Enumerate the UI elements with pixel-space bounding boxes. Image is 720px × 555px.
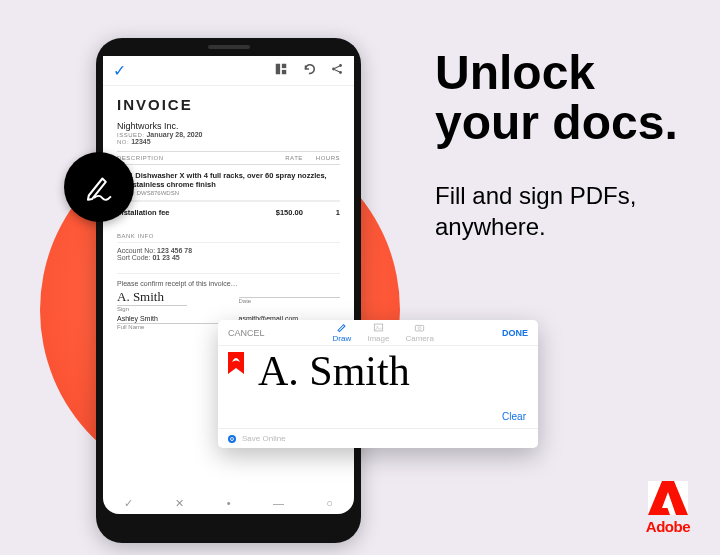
adobe-logo: Adobe <box>646 481 690 535</box>
share-icon[interactable] <box>330 62 344 80</box>
svg-rect-1 <box>282 63 286 67</box>
dot-key[interactable]: • <box>227 497 231 509</box>
doc-company: Nightworks Inc. <box>117 121 340 131</box>
clear-button[interactable]: Clear <box>502 411 526 422</box>
soft-keys: ✓ ✕ • — ○ <box>103 492 354 514</box>
app-toolbar: ✓ <box>103 56 354 86</box>
date-field[interactable] <box>239 289 341 298</box>
adobe-wordmark: Adobe <box>646 518 690 535</box>
svg-rect-0 <box>276 63 280 74</box>
subhead-line2: anywhere. <box>435 211 636 242</box>
tab-draw[interactable]: Draw <box>333 322 352 343</box>
check-key[interactable]: ✓ <box>124 497 133 510</box>
subhead-line1: Fill and sign PDFs, <box>435 180 636 211</box>
circle-key[interactable]: ○ <box>326 497 333 509</box>
phone-speaker <box>208 45 250 49</box>
done-button[interactable]: DONE <box>502 328 528 338</box>
save-online-label: Save Online <box>242 434 286 443</box>
headline-line1: Unlock <box>435 48 678 98</box>
promo-headline: Unlock your docs. <box>435 48 678 149</box>
doc-title: INVOICE <box>117 96 340 113</box>
dash-key[interactable]: — <box>273 497 284 509</box>
table-row: Installation fee $150.00 1 <box>117 201 340 223</box>
signature-field[interactable]: A. Smith <box>117 289 187 306</box>
promo-subhead: Fill and sign PDFs, anywhere. <box>435 180 636 242</box>
x-key[interactable]: ✕ <box>175 497 184 510</box>
headline-line2: your docs. <box>435 98 678 148</box>
drawn-signature: A. Smith <box>258 350 410 392</box>
acrobat-ribbon-icon <box>228 352 244 384</box>
tab-image[interactable]: Image <box>367 322 389 343</box>
fullname-field[interactable]: Ashley Smith <box>117 314 219 324</box>
confirm-text: Please confirm receipt of this invoice… <box>117 273 340 287</box>
phone-mockup: ✓ INVOICE Nightworks Inc. Issued: Januar… <box>96 38 361 543</box>
svg-point-9 <box>418 327 421 330</box>
sign-badge-icon <box>64 152 134 222</box>
svg-rect-8 <box>416 325 424 331</box>
adobe-logo-icon <box>648 481 688 515</box>
document-body: INVOICE Nightworks Inc. Issued: January … <box>103 86 354 330</box>
table-row: TS-1 Dishwasher X with 4 full racks, ove… <box>117 165 340 201</box>
cancel-button[interactable]: CANCEL <box>228 328 265 338</box>
save-online-radio[interactable] <box>228 435 236 443</box>
signature-popup: CANCEL Draw Image Camera DONE A. Smith C… <box>218 320 538 448</box>
svg-rect-2 <box>282 69 286 73</box>
properties-icon[interactable] <box>274 62 288 80</box>
done-check-icon[interactable]: ✓ <box>113 61 126 80</box>
tab-camera[interactable]: Camera <box>405 322 433 343</box>
undo-icon[interactable] <box>302 62 316 80</box>
signature-canvas[interactable]: A. Smith Clear <box>218 346 538 428</box>
table-header: DESCRIPTION RATE HOURS <box>117 151 340 165</box>
